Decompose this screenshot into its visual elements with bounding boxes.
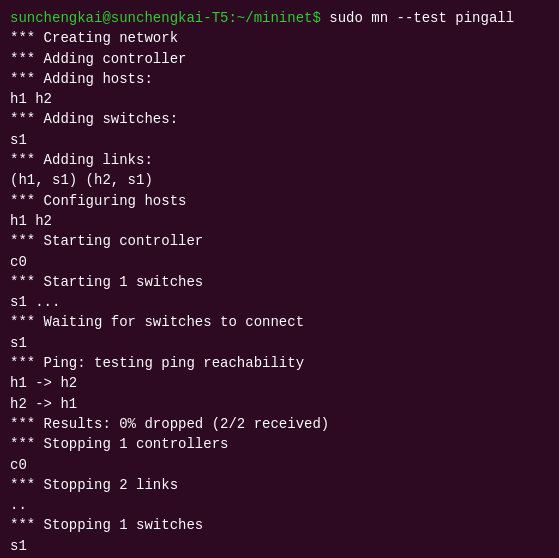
terminal-line: *** Waiting for switches to connect [10,312,549,332]
terminal-line: h2 -> h1 [10,394,549,414]
terminal-line: c0 [10,455,549,475]
terminal-line: *** Adding links: [10,150,549,170]
terminal-line: *** Adding switches: [10,109,549,129]
terminal-line: c0 [10,252,549,272]
terminal-line: *** Stopping 1 switches [10,515,549,535]
terminal-line: *** Configuring hosts [10,191,549,211]
terminal-line: *** Results: 0% dropped (2/2 received) [10,414,549,434]
terminal-line: *** Starting 1 switches [10,272,549,292]
terminal-line: s1 [10,130,549,150]
terminal-line: h1 h2 [10,89,549,109]
terminal-line: h1 -> h2 [10,373,549,393]
terminal-line: (h1, s1) (h2, s1) [10,170,549,190]
terminal-line: s1 [10,333,549,353]
terminal-window[interactable]: sunchengkai@sunchengkai-T5:~/mininet$ su… [0,0,559,558]
terminal-line: *** Ping: testing ping reachability [10,353,549,373]
terminal-line: sunchengkai@sunchengkai-T5:~/mininet$ su… [10,8,549,28]
terminal-line: h1 h2 [10,211,549,231]
terminal-line: .. [10,495,549,515]
terminal-line: *** Creating network [10,28,549,48]
terminal-line: *** Stopping 2 links [10,475,549,495]
terminal-line: *** Adding controller [10,49,549,69]
terminal-line: *** Adding hosts: [10,69,549,89]
terminal-line: s1 [10,536,549,556]
command-text: sudo mn --test pingall [329,10,514,26]
prompt-text: sunchengkai@sunchengkai-T5:~/mininet$ [10,10,329,26]
terminal-line: *** Starting controller [10,231,549,251]
terminal-line: s1 ... [10,292,549,312]
terminal-line: *** Stopping 1 controllers [10,434,549,454]
